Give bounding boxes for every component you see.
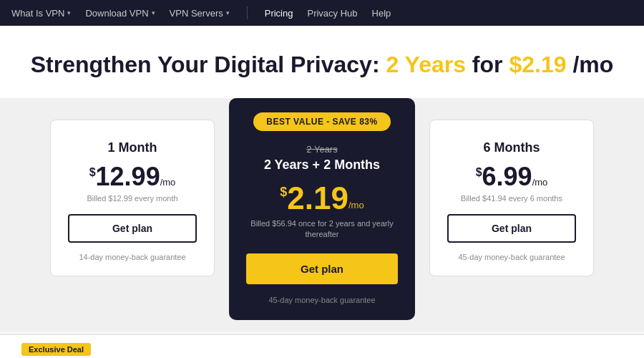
plan-price-container: $ 2.19 /mo bbox=[246, 183, 398, 214]
nav-label: Download VPN bbox=[85, 8, 148, 19]
plan-period: 6 Months bbox=[447, 140, 576, 155]
hero-section: Strengthen Your Digital Privacy: 2 Years… bbox=[0, 26, 644, 98]
nav-label: What Is VPN bbox=[11, 8, 64, 19]
headline-mid: for bbox=[472, 52, 503, 77]
money-back-guarantee: 14-day money-back guarantee bbox=[68, 253, 197, 261]
get-plan-button-6months[interactable]: Get plan bbox=[447, 214, 576, 243]
nav-divider bbox=[247, 6, 248, 19]
chevron-down-icon: ▾ bbox=[152, 9, 155, 16]
plan-6months: 6 Months $ 6.99 /mo Billed $41.94 every … bbox=[429, 120, 594, 276]
nav-what-is-vpn[interactable]: What Is VPN ▾ bbox=[11, 8, 71, 19]
pricing-cards: 1 Month $ 12.99 /mo Billed $12.99 every … bbox=[0, 98, 644, 332]
exclusive-deal-section: Exclusive Deal Include the CyberGhost Se… bbox=[0, 334, 644, 358]
nav-label: Help bbox=[372, 8, 391, 19]
price-value: 2.19 bbox=[287, 183, 348, 214]
billed-info: Billed $56.94 once for 2 years and yearl… bbox=[246, 218, 398, 241]
price-currency: $ bbox=[476, 167, 482, 178]
headline-end: /mo bbox=[572, 52, 613, 77]
nav-pricing[interactable]: Pricing bbox=[265, 8, 293, 19]
nav-label: VPN Servers bbox=[170, 8, 223, 19]
price-value: 12.99 bbox=[96, 164, 160, 190]
price-period: /mo bbox=[160, 178, 176, 187]
best-value-badge: BEST VALUE - SAVE 83% bbox=[253, 112, 390, 131]
chevron-down-icon: ▾ bbox=[67, 9, 71, 16]
chevron-down-icon: ▾ bbox=[226, 9, 230, 16]
price-value: 6.99 bbox=[482, 164, 532, 190]
hero-headline: Strengthen Your Digital Privacy: 2 Years… bbox=[14, 52, 630, 78]
nav-vpn-servers[interactable]: VPN Servers ▾ bbox=[170, 8, 230, 19]
plan-1month: 1 Month $ 12.99 /mo Billed $12.99 every … bbox=[50, 120, 215, 276]
nav-help[interactable]: Help bbox=[372, 8, 391, 19]
plan-price-container: $ 12.99 /mo bbox=[68, 164, 197, 190]
exclusive-badge: Exclusive Deal bbox=[21, 343, 91, 356]
price-period: /mo bbox=[348, 200, 364, 210]
headline-years: 2 Years bbox=[386, 52, 466, 77]
nav-label: Privacy Hub bbox=[307, 8, 357, 19]
main-nav: What Is VPN ▾ Download VPN ▾ VPN Servers… bbox=[0, 0, 644, 26]
get-plan-button-1month[interactable]: Get plan bbox=[68, 214, 197, 243]
nav-label: Pricing bbox=[265, 8, 293, 19]
billed-info: Billed $12.99 every month bbox=[68, 194, 197, 203]
money-back-guarantee: 45-day money-back guarantee bbox=[447, 253, 576, 261]
nav-privacy-hub[interactable]: Privacy Hub bbox=[307, 8, 357, 19]
price-currency: $ bbox=[280, 185, 287, 198]
plan-period: 2 Years + 2 Months bbox=[246, 158, 398, 173]
headline-text: Strengthen Your Digital Privacy: bbox=[31, 52, 380, 77]
billed-info: Billed $41.94 every 6 months bbox=[447, 194, 576, 203]
plan-period-crossed: 2 Years bbox=[246, 144, 398, 155]
plan-2years-featured: BEST VALUE - SAVE 83% 2 Years 2 Years + … bbox=[229, 98, 415, 320]
plan-period: 1 Month bbox=[68, 140, 197, 155]
plan-price-container: $ 6.99 /mo bbox=[447, 164, 576, 190]
price-currency: $ bbox=[89, 167, 96, 178]
money-back-guarantee: 45-day money-back guarantee bbox=[246, 296, 398, 304]
headline-price: $2.19 bbox=[509, 52, 566, 77]
get-plan-button-featured[interactable]: Get plan bbox=[246, 253, 398, 284]
nav-download-vpn[interactable]: Download VPN ▾ bbox=[85, 8, 155, 19]
price-period: /mo bbox=[532, 178, 548, 187]
